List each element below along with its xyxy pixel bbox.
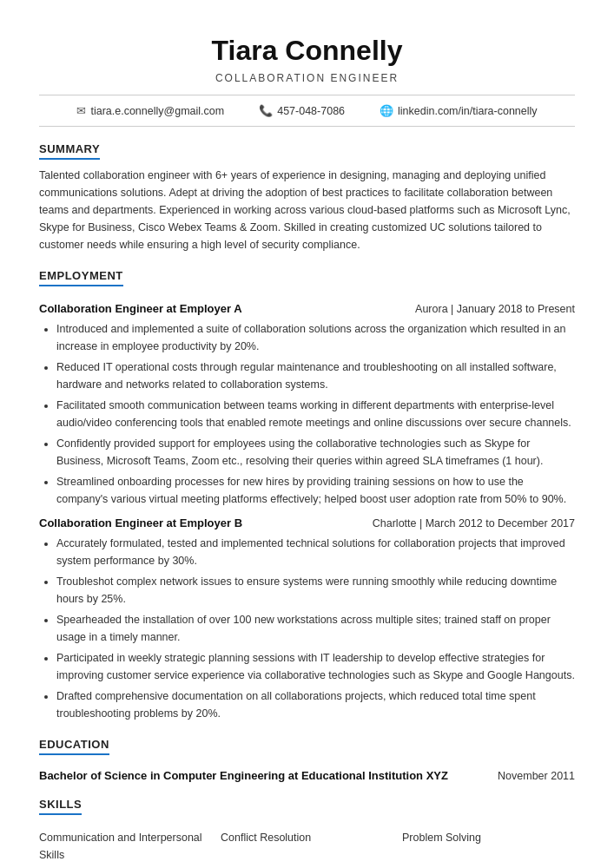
list-item: Streamlined onboarding processes for new…	[56, 473, 575, 508]
education-header: Bachelor of Science in Computer Engineer…	[39, 769, 575, 782]
job-2-bullets: Accurately formulated, tested and implem…	[56, 535, 575, 722]
education-degree: Bachelor of Science in Computer Engineer…	[39, 769, 448, 782]
education-heading: EDUCATION	[39, 738, 109, 755]
list-item: Spearheaded the installation of over 100…	[56, 611, 575, 646]
job-1-location-date: Aurora | January 2018 to Present	[415, 303, 575, 315]
candidate-title: COLLABORATION ENGINEER	[39, 72, 575, 84]
job-2-header: Collaboration Engineer at Employer B Cha…	[39, 516, 575, 529]
linkedin-contact: 🌐 linkedin.com/in/tiara-connelly	[380, 104, 538, 117]
list-item: Drafted comprehensive documentation on a…	[56, 687, 575, 722]
linkedin-icon: 🌐	[380, 104, 393, 117]
header-divider	[39, 95, 575, 95]
list-item: Introduced and implemented a suite of co…	[56, 320, 575, 355]
summary-section: SUMMARY Talented collaboration engineer …	[39, 142, 575, 253]
list-item: Accurately formulated, tested and implem…	[56, 535, 575, 569]
list-item: Participated in weekly strategic plannin…	[56, 649, 575, 684]
phone-value: 457-048-7086	[277, 105, 345, 117]
linkedin-value: linkedin.com/in/tiara-connelly	[398, 105, 538, 117]
contact-row: ✉ tiara.e.connelly@gmail.com 📞 457-048-7…	[39, 104, 575, 117]
list-item: Troubleshot complex network issues to en…	[56, 573, 575, 608]
email-icon: ✉	[76, 104, 86, 117]
job-2-title: Collaboration Engineer at Employer B	[39, 516, 242, 529]
skill-item: Problem Solving	[402, 829, 575, 864]
list-item: Reduced IT operational costs through reg…	[56, 358, 575, 393]
list-item: Confidently provided support for employe…	[56, 435, 575, 470]
email-contact: ✉ tiara.e.connelly@gmail.com	[76, 104, 224, 117]
candidate-name: Tiara Connelly	[39, 35, 575, 67]
skills-grid: Communication and Interpersonal Skills C…	[39, 829, 575, 868]
employment-section: EMPLOYMENT Collaboration Engineer at Emp…	[39, 269, 575, 722]
email-value: tiara.e.connelly@gmail.com	[90, 105, 224, 117]
job-1-bullets: Introduced and implemented a suite of co…	[56, 320, 575, 508]
phone-icon: 📞	[259, 104, 273, 117]
skill-item: Conflict Resolution	[221, 829, 393, 864]
skills-section: SKILLS Communication and Interpersonal S…	[39, 798, 575, 868]
job-1-title: Collaboration Engineer at Employer A	[39, 302, 242, 315]
skill-item: Communication and Interpersonal Skills	[39, 829, 212, 864]
education-date: November 2011	[498, 770, 575, 782]
summary-text: Talented collaboration engineer with 6+ …	[39, 167, 575, 253]
resume-header: Tiara Connelly COLLABORATION ENGINEER	[39, 35, 575, 84]
list-item: Facilitated smooth communication between…	[56, 397, 575, 431]
job-1-header: Collaboration Engineer at Employer A Aur…	[39, 302, 575, 315]
education-section: EDUCATION Bachelor of Science in Compute…	[39, 738, 575, 782]
skills-heading: SKILLS	[39, 798, 82, 815]
job-2-location-date: Charlotte | March 2012 to December 2017	[373, 517, 575, 529]
phone-contact: 📞 457-048-7086	[259, 104, 345, 117]
contact-divider	[39, 126, 575, 127]
summary-heading: SUMMARY	[39, 142, 100, 160]
employment-heading: EMPLOYMENT	[39, 269, 123, 286]
